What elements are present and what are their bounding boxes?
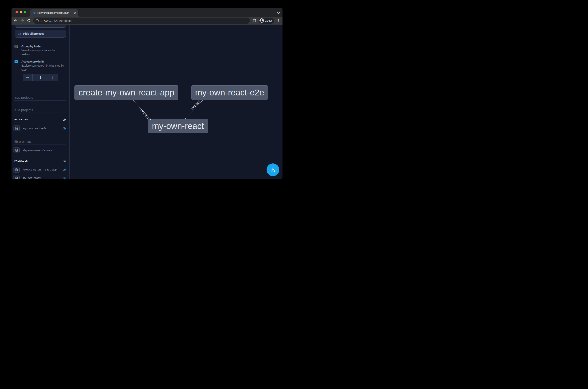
svg-text:implicit: implicit (190, 99, 201, 110)
svg-text:implicit: implicit (139, 108, 150, 119)
